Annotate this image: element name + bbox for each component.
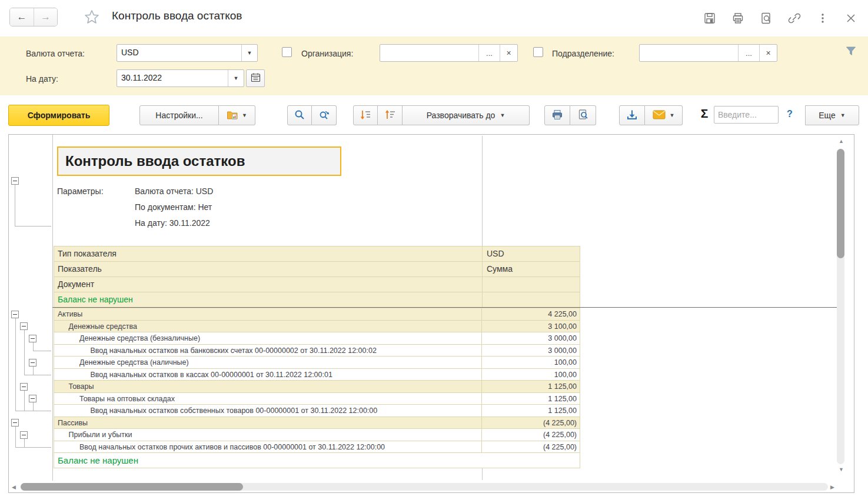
- row-amount-cell: 1 125,00: [481, 381, 580, 392]
- organization-select-button[interactable]: ...: [478, 45, 500, 61]
- scroll-left-arrow[interactable]: ◀: [12, 484, 16, 490]
- report-variants-button[interactable]: ▼: [219, 105, 255, 125]
- report-row[interactable]: Денежные средства3 100,00: [54, 321, 580, 333]
- more-icon[interactable]: [816, 11, 829, 25]
- row-name-cell: Ввод начальных остатков в кассах 00-0000…: [54, 369, 481, 381]
- collapse-button[interactable]: [11, 311, 19, 318]
- find-next-button[interactable]: [312, 105, 337, 125]
- scroll-down-arrow[interactable]: ▼: [839, 467, 844, 472]
- row-name-cell: Товары: [54, 381, 481, 392]
- horizontal-scrollbar-thumb[interactable]: [21, 483, 243, 491]
- report-row[interactable]: Прибыли и убытки(4 225,00): [54, 429, 580, 441]
- more-button[interactable]: Еще ▼: [805, 105, 859, 125]
- quick-search-input[interactable]: [714, 106, 779, 124]
- sum-button[interactable]: Σ: [697, 106, 712, 121]
- nav-buttons: ← →: [9, 8, 58, 26]
- settings-button[interactable]: Настройки...: [139, 105, 219, 125]
- scroll-right-arrow[interactable]: ▶: [830, 484, 834, 490]
- organization-clear-button[interactable]: ×: [500, 45, 517, 61]
- report-header-row[interactable]: Тип показателяUSD: [54, 246, 580, 262]
- print-button[interactable]: [544, 105, 570, 125]
- currency-field[interactable]: USD ▼: [117, 44, 258, 62]
- save-file-button[interactable]: [619, 105, 645, 125]
- vertical-scrollbar-thumb[interactable]: [837, 149, 844, 258]
- tree-connector: [15, 427, 16, 447]
- row-name-cell: Ввод начальных остатков собственных това…: [54, 405, 481, 417]
- find-button[interactable]: [287, 105, 312, 125]
- report-header-row[interactable]: ПоказательСумма: [54, 262, 580, 277]
- collapse-groups-icon: [384, 109, 396, 122]
- date-dropdown-button[interactable]: ▼: [228, 70, 244, 86]
- help-button[interactable]: ?: [787, 109, 793, 119]
- department-select-button[interactable]: ...: [738, 45, 759, 61]
- row-amount-cell: 3 100,00: [481, 321, 580, 332]
- collapse-button[interactable]: [11, 419, 19, 427]
- collapse-button[interactable]: [20, 383, 28, 391]
- collapse-button[interactable]: [29, 335, 36, 342]
- chevron-down-icon: ▼: [247, 50, 252, 56]
- generate-button[interactable]: Сформировать: [8, 105, 109, 126]
- collapse-button[interactable]: [20, 322, 28, 330]
- report-row[interactable]: Ввод начальных остатков собственных това…: [54, 405, 580, 417]
- row-name-cell: Пассивы: [54, 417, 481, 429]
- department-clear-button[interactable]: ×: [759, 45, 777, 61]
- organization-field[interactable]: ... ×: [380, 44, 518, 62]
- report-row[interactable]: Денежные средства (безналичные)3 000,00: [54, 332, 580, 345]
- tree-connector: [24, 439, 25, 447]
- back-button[interactable]: ←: [10, 8, 34, 26]
- date-value: 30.11.2022: [121, 73, 162, 82]
- report-row[interactable]: Товары1 125,00: [54, 381, 580, 393]
- favorite-star-icon[interactable]: [84, 9, 100, 28]
- find-icon: [294, 109, 305, 122]
- filter-panel: Валюта отчета: USD ▼ Организация: ... × …: [0, 36, 868, 95]
- print-icon: [551, 109, 563, 122]
- header-label-cell: Тип показателя: [54, 246, 482, 261]
- date-field[interactable]: 30.11.2022 ▼: [117, 69, 244, 87]
- report-row[interactable]: Активы4 225,00: [54, 308, 580, 321]
- department-field[interactable]: ... ×: [639, 44, 777, 62]
- scroll-up-arrow[interactable]: ▲: [839, 138, 844, 144]
- link-icon[interactable]: [787, 11, 801, 25]
- print-preview-button[interactable]: [570, 105, 596, 125]
- row-name-cell: Ввод начальных остатков прочих активов и…: [54, 441, 481, 453]
- report-row[interactable]: Ввод начальных остатков прочих активов и…: [54, 441, 580, 454]
- report-row[interactable]: Пассивы(4 225,00): [54, 417, 580, 429]
- report-header-row[interactable]: Баланс не нарушен: [54, 292, 580, 308]
- print-icon[interactable]: [731, 11, 744, 25]
- save-icon[interactable]: [703, 11, 716, 25]
- collapse-groups-button[interactable]: [378, 105, 403, 125]
- report-row[interactable]: Денежные средства (наличные)100,00: [54, 357, 580, 369]
- row-amount-cell: 3 000,00: [481, 345, 580, 357]
- clear-icon: ×: [766, 48, 770, 58]
- report-row[interactable]: Ввод начальных остатков в кассах 00-0000…: [54, 369, 580, 381]
- row-name-cell: Денежные средства: [54, 321, 481, 332]
- funnel-icon[interactable]: [845, 46, 857, 59]
- header-label-cell: Документ: [54, 277, 482, 292]
- header-value-cell: [482, 292, 580, 308]
- print-preview-icon[interactable]: [759, 11, 773, 25]
- department-checkbox[interactable]: [533, 47, 543, 57]
- report-row[interactable]: Ввод начальных остатков на банковских сч…: [54, 345, 580, 357]
- collapse-button[interactable]: [20, 431, 28, 439]
- expand-groups-button[interactable]: [353, 105, 378, 125]
- expand-to-button[interactable]: Разворачивать до ▼: [403, 105, 530, 125]
- collapse-button[interactable]: [29, 359, 36, 367]
- report-header-row[interactable]: Документ: [54, 277, 580, 292]
- row-name-cell: Денежные средства (наличные): [54, 357, 481, 368]
- print-preview-icon: [577, 109, 589, 122]
- report-row[interactable]: Товары на оптовых складах1 125,00: [54, 393, 580, 405]
- forward-button[interactable]: →: [34, 8, 57, 26]
- close-icon[interactable]: [844, 11, 857, 25]
- calendar-button[interactable]: [246, 69, 265, 87]
- currency-dropdown-button[interactable]: ▼: [241, 45, 257, 61]
- collapse-button[interactable]: [11, 177, 19, 185]
- save-file-icon: [626, 109, 638, 122]
- organization-checkbox[interactable]: [282, 47, 292, 57]
- collapse-button[interactable]: [29, 395, 36, 402]
- row-name-cell: Ввод начальных остатков на банковских сч…: [54, 345, 481, 357]
- row-amount-cell: 1 125,00: [481, 393, 580, 405]
- header-value-cell: [482, 277, 580, 292]
- chevron-down-icon: ▼: [500, 112, 505, 118]
- tree-connector: [15, 318, 16, 411]
- send-mail-button[interactable]: ▼: [645, 105, 683, 125]
